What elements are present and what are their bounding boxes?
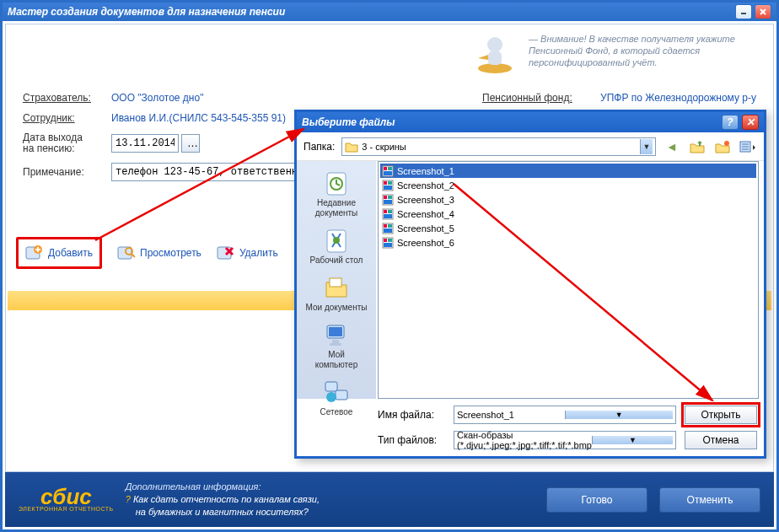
chevron-down-icon: ▼ (640, 139, 653, 154)
footer-logo: сбис ЭЛЕКТРОННАЯ ОТЧЕТНОСТЬ (19, 487, 114, 512)
filename-input[interactable]: Screenshot_1▼ (454, 406, 676, 424)
add-icon (25, 245, 44, 261)
image-file-icon (382, 223, 394, 234)
svg-rect-34 (388, 196, 392, 199)
up-button[interactable] (688, 137, 706, 156)
filename-label: Имя файла: (378, 409, 445, 421)
file-item[interactable]: Screenshot_4 (380, 207, 756, 221)
new-folder-icon (715, 140, 730, 153)
svg-rect-41 (384, 224, 387, 228)
svg-point-2 (487, 37, 502, 52)
svg-rect-20 (330, 343, 341, 346)
delete-button[interactable]: Удалить (217, 245, 278, 261)
add-button[interactable]: Добавить (16, 237, 102, 269)
image-file-icon (382, 237, 394, 249)
pf-link[interactable]: УПФР по Железнодорожному р-у (600, 92, 756, 104)
svg-rect-35 (384, 200, 392, 204)
svg-rect-37 (384, 210, 387, 213)
image-file-icon (382, 208, 394, 220)
views-icon (739, 140, 756, 153)
file-item[interactable]: Screenshot_2 (380, 178, 756, 192)
employee-link[interactable]: Иванов И.И.(СНИЛС 543-545-355 91) (111, 112, 286, 124)
svg-rect-47 (384, 243, 392, 247)
svg-rect-39 (384, 214, 392, 218)
file-item[interactable]: Screenshot_1 (380, 164, 756, 178)
filetype-label: Тип файлов: (378, 434, 445, 446)
sidebar-recent[interactable]: Недавние документы (297, 166, 376, 222)
file-picker-close-button[interactable]: ✕ (742, 115, 759, 130)
svg-rect-46 (388, 239, 392, 242)
file-item[interactable]: Screenshot_5 (380, 221, 756, 235)
svg-rect-31 (384, 185, 392, 190)
svg-rect-45 (384, 239, 387, 242)
hint-text: — Внимание! В качестве получателя укажит… (529, 33, 756, 68)
file-list[interactable]: Screenshot_1 Screenshot_2 Screenshot_3 S… (378, 161, 759, 399)
delete-icon (217, 245, 235, 261)
file-picker-titlebar: Выберите файлы ? ✕ (297, 112, 764, 132)
folder-label: Папка: (304, 141, 335, 153)
file-item[interactable]: Screenshot_3 (380, 192, 756, 207)
folder-up-icon (690, 140, 705, 153)
cancel-wizard-button[interactable]: Отменить (659, 487, 760, 513)
svg-rect-42 (388, 224, 392, 228)
help-button[interactable]: ? (722, 115, 739, 130)
svg-point-15 (333, 237, 340, 244)
open-button[interactable]: Открыть (685, 406, 757, 424)
wizard-titlebar: Мастер создания документов для назначени… (3, 3, 776, 21)
svg-rect-33 (384, 196, 387, 199)
footer: сбис ЭЛЕКТРОННАЯ ОТЧЕТНОСТЬ Дополнительн… (5, 472, 774, 527)
file-item[interactable]: Screenshot_6 (380, 235, 756, 250)
wizard-title: Мастер создания документов для назначени… (8, 6, 285, 18)
file-picker-dialog: Выберите файлы ? ✕ Папка: 3 - скрины ▼ ◄… (294, 110, 766, 459)
svg-point-23 (326, 392, 336, 402)
minimize-button[interactable] (735, 4, 752, 19)
svg-line-8 (132, 254, 135, 257)
svg-rect-19 (332, 340, 339, 343)
file-picker-bottom: Имя файла: Screenshot_1▼ Открыть Тип фай… (378, 404, 757, 449)
date-picker-button[interactable]: … (181, 134, 200, 153)
folder-combo[interactable]: 3 - скрины ▼ (341, 137, 656, 156)
action-bar: Добавить Просмотреть Удалить (23, 237, 278, 269)
sidebar-desktop[interactable]: Рабочий стол (297, 223, 376, 269)
note-label: Примечание: (23, 166, 111, 178)
image-file-icon (382, 194, 394, 206)
insurer-link[interactable]: ООО "Золотое дно" (111, 92, 203, 104)
retire-date-input[interactable] (111, 134, 179, 153)
svg-rect-3 (488, 51, 502, 65)
svg-rect-26 (388, 167, 392, 170)
svg-rect-43 (384, 228, 392, 233)
mascot-icon (470, 33, 520, 75)
done-button[interactable]: Готово (546, 487, 647, 513)
insurer-label: Страхователь: (23, 92, 111, 104)
folder-icon (345, 141, 358, 153)
svg-rect-18 (329, 327, 342, 336)
new-folder-button[interactable] (713, 137, 732, 156)
svg-rect-25 (384, 167, 387, 170)
cancel-file-button[interactable]: Отмена (685, 431, 757, 449)
employee-label: Сотрудник: (23, 112, 111, 124)
close-button[interactable] (755, 4, 771, 19)
svg-rect-38 (388, 210, 392, 213)
svg-rect-30 (388, 181, 392, 185)
views-button[interactable] (739, 137, 757, 156)
view-button[interactable]: Просмотреть (117, 245, 201, 261)
svg-rect-16 (330, 278, 341, 287)
hint-block: — Внимание! В качестве получателя укажит… (470, 33, 756, 75)
sidebar-mydocs[interactable]: Мои документы (297, 271, 376, 316)
file-picker-toolbar: Папка: 3 - скрины ▼ ◄ (297, 132, 764, 161)
view-icon (117, 245, 136, 261)
sidebar-mycomp[interactable]: Мой компьютер (297, 318, 376, 373)
svg-rect-27 (384, 171, 392, 175)
svg-rect-21 (325, 382, 337, 391)
pf-label: Пенсионный фонд: (482, 92, 600, 104)
image-file-icon (382, 165, 394, 177)
filetype-combo[interactable]: Скан-образы (*.djvu;*.jpeg;*.jpg;*.tiff;… (454, 431, 676, 449)
back-button[interactable]: ◄ (663, 137, 681, 156)
sidebar-network[interactable]: Сетевое (297, 375, 376, 421)
places-sidebar: Недавние документы Рабочий стол Мои доку… (297, 161, 376, 399)
image-file-icon (382, 180, 394, 191)
svg-rect-6 (118, 247, 132, 259)
svg-rect-22 (336, 390, 347, 400)
retire-label: Дата выхода на пенсию: (23, 132, 111, 154)
svg-rect-29 (384, 181, 387, 185)
